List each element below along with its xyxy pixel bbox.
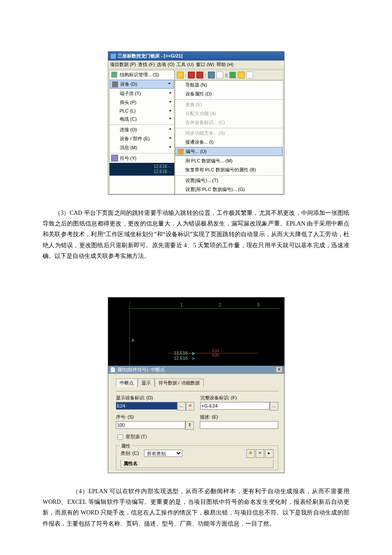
menu-structure-id-manage[interactable]: 结构标识管理... (S) [110, 70, 174, 79]
paragraph-3: （3）CAD 平台下页面之间的跳转需要手动输入跳转的位置，工作极其繁重，尤其不易… [43, 208, 349, 261]
submenu-navigator[interactable]: 导航器 (N) [175, 81, 283, 90]
properties-window: 1 2 3 A 12.E16 - ▶ 12.E16 ▶ E24 E20 📄 属性… [108, 297, 285, 473]
more-prop-button[interactable]: ▸ [265, 449, 274, 458]
menu-find[interactable]: 查找 (F) [138, 62, 155, 67]
category-label: 类别: (C) [121, 450, 139, 457]
toolbar: | | || [175, 70, 283, 80]
add-prop-button[interactable]: ✱ [246, 449, 255, 458]
dialog-icon: 📄 [110, 367, 116, 372]
tab-symbol-data[interactable]: 符号数据 / 功能数据 [155, 379, 204, 387]
tab-interrupt[interactable]: 中断点 [116, 379, 138, 387]
window-title: 三坐标数控龙门铣床 - [=+G/21] [118, 53, 183, 59]
toolbar-icon[interactable] [177, 72, 184, 78]
dropdown-menu-left: 结构标识管理... (S) 设备 (D) 端子排 (T) 插头 (P) PLC … [109, 70, 175, 194]
submenu-device-props[interactable]: 设备属性 (D) [175, 90, 283, 98]
remove-prop-button[interactable]: ✕ [256, 449, 264, 458]
submenu-restore-plc[interactable]: 恢复带有 PLC 数据编号的属性 (B) [175, 165, 283, 174]
numbering-icon [178, 149, 184, 155]
property-name-header: 属性名 [121, 460, 274, 468]
reference-preview: 12.E16 - 12.E16 - [110, 163, 174, 176]
menu-window[interactable]: 窗口 (W) [196, 62, 214, 67]
display-id-label: 显示设备标识: (D) [116, 395, 194, 401]
clear-button[interactable]: ✕ [186, 402, 194, 410]
dialog-title-bar: 📄 属性(组件符号): 中断点 ✕ [108, 366, 284, 374]
properties-group: 属性 类别: (C) 所有类别 ✱ ✕ ▸ 属性 [116, 445, 278, 470]
menu-item-message[interactable]: 消息 (M) [110, 143, 174, 152]
interrupt-arrow-icon: ▶ [192, 356, 196, 361]
symbol-icon [111, 155, 118, 162]
toolbar-icon[interactable] [216, 72, 223, 78]
group-legend: 属性 [120, 443, 132, 449]
full-id-label: 完整设备标识: (F) [200, 395, 278, 401]
menu-options[interactable]: 选项 (O) [157, 62, 174, 67]
structure-icon [111, 72, 117, 78]
description-input[interactable] [200, 421, 278, 429]
close-button[interactable]: ✕ [276, 367, 282, 373]
drawing-canvas: 1 2 3 A 12.E16 - ▶ 12.E16 ▶ E24 E20 [108, 298, 284, 366]
toolbar-icon[interactable] [208, 72, 215, 78]
submenu-sync-text: 同步功能文本... (S) [175, 128, 283, 138]
submenu-settings-number[interactable]: 设置(编号)... (T) [175, 175, 283, 185]
figure-properties-dialog: 1 2 3 A 12.E16 - ▶ 12.E16 ▶ E24 E20 📄 属性… [43, 297, 349, 473]
submenu-assign-main: 分配主功能 (A) [175, 109, 283, 118]
toolbar-icon[interactable] [188, 72, 195, 78]
submenu-settings-plc-number[interactable]: 设置(用 PLC 数据编号)... (G) [175, 185, 283, 194]
interrupt-arrow-icon: ▶ [192, 351, 196, 356]
full-id-input[interactable] [200, 402, 270, 410]
figure-menu-screenshot: 三坐标数控龙门铣床 - [=+G/21] 项目数据 (P) 查找 (F) 选项 … [43, 51, 349, 195]
toolbar-icon[interactable] [246, 72, 253, 78]
device-icon [112, 81, 118, 87]
menu-item-device-part[interactable]: 设备 / 部件 (E) [110, 134, 174, 143]
menu-item-symbol[interactable]: 符号 (Y) [110, 153, 174, 163]
paragraph-4: （4）EPLAN 可以在软件内部实现选型，从而不必翻阅样本，更有利于自动生成报表… [43, 486, 349, 529]
tab-bar: 中断点 显示 符号数据 / 功能数据 [116, 378, 278, 387]
window-title-bar: 三坐标数控龙门铣床 - [=+G/21] [108, 52, 284, 61]
star-source-label: 星型源 (T) [126, 434, 147, 439]
category-select[interactable]: 所有类别 [144, 450, 182, 457]
toolbar-icon[interactable] [229, 72, 236, 78]
app-icon [111, 54, 116, 59]
browse-button[interactable]: … [270, 402, 278, 410]
display-id-input[interactable] [116, 402, 177, 410]
submenu-merge-id: 合并设备标识... (C) [175, 118, 283, 127]
menu-item-device[interactable]: 设备 (D) [110, 80, 174, 89]
menu-bar: 项目数据 (P) 查找 (F) 选项 (O) 工具 (U) 窗口 (W) 帮助 … [108, 61, 284, 69]
sequence-label: 序号: (S) [116, 414, 194, 420]
submenu-device: 导航器 (N) 设备属性 (D) 更换 (E) 分配主功能 (A) 合并设备标识… [175, 80, 283, 194]
star-source-checkbox[interactable] [118, 434, 123, 440]
dialog-title: 属性(组件符号): 中断点 [117, 367, 165, 372]
menu-item-terminal[interactable]: 端子排 (T) [110, 89, 174, 98]
menu-item-connection[interactable]: 连接 (O) [110, 124, 174, 134]
browse-button[interactable]: … [177, 402, 186, 410]
menu-item-plc[interactable]: PLC (L) [110, 107, 174, 115]
submenu-plc-number[interactable]: 用 PLC 数据编号... (M) [175, 156, 283, 165]
menu-item-cable[interactable]: 电缆 (C) [110, 115, 174, 124]
submenu-connect-device[interactable]: 接通设备... (I) [175, 138, 283, 147]
toolbar-icon[interactable] [238, 72, 245, 78]
app-window: 三坐标数控龙门铣床 - [=+G/21] 项目数据 (P) 查找 (F) 选项 … [108, 51, 285, 195]
sequence-input[interactable] [116, 421, 186, 429]
toolbar-icon[interactable] [196, 72, 203, 78]
menu-project-data[interactable]: 项目数据 (P) [110, 62, 136, 67]
spinner-button[interactable]: ⇕ [185, 421, 194, 430]
submenu-replace: 更换 (E) [175, 99, 283, 109]
menu-tools[interactable]: 工具 (U) [176, 62, 193, 67]
tab-display[interactable]: 显示 [138, 379, 155, 387]
submenu-numbering[interactable]: 编号... (U) [176, 147, 282, 156]
description-label: 描述: (E) [200, 414, 278, 420]
menu-item-plug[interactable]: 插头 (P) [110, 98, 174, 107]
menu-help[interactable]: 帮助 (H) [216, 62, 233, 67]
